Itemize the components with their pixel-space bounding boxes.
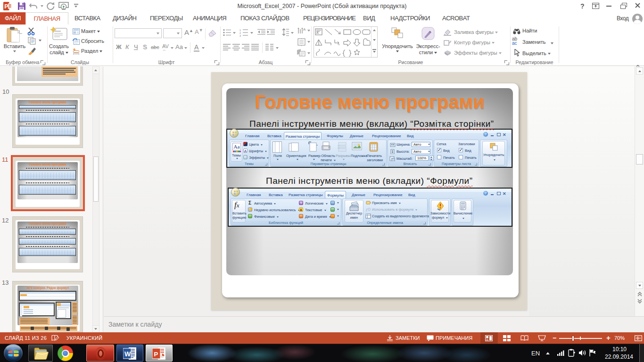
svg-text:A: A <box>303 27 306 32</box>
svg-text:P: P <box>154 351 158 358</box>
svg-text:f: f <box>366 207 368 212</box>
svg-text:W: W <box>124 350 131 358</box>
svg-text:A: A <box>316 31 319 34</box>
svg-text:3: 3 <box>239 34 241 37</box>
